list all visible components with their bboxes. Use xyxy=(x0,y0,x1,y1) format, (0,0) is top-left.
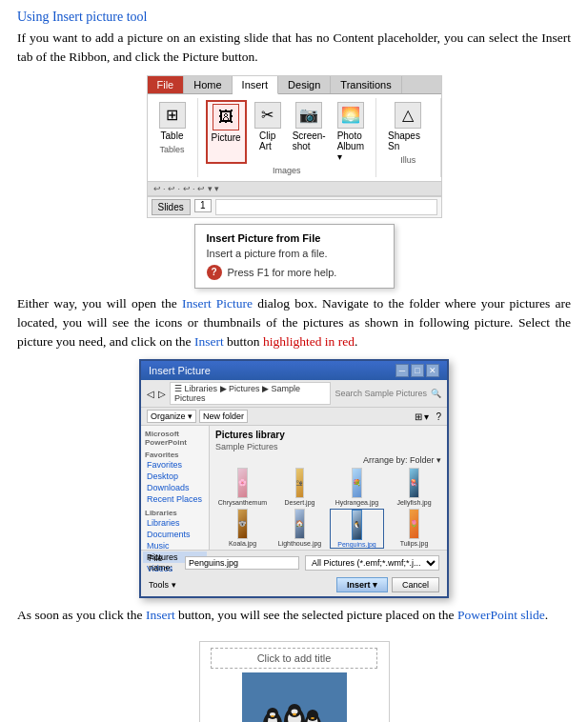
picture-icon: 🖼 xyxy=(213,104,239,130)
dropdown-help: ? Press F1 for more help. xyxy=(195,263,394,282)
filetype-select[interactable]: All Pictures (*.emf;*.wmf;*.j... xyxy=(305,555,439,571)
sidebar-libraries-item[interactable]: Libraries xyxy=(143,517,207,529)
list-item[interactable]: 🪼 Jellyfish.jpg xyxy=(387,468,441,506)
clipart-icon: ✂ xyxy=(254,102,281,129)
dialog-body: Microsoft PowerPoint Favorites Favorites… xyxy=(141,426,447,550)
help-text: Press F1 for more help. xyxy=(228,267,337,278)
ribbon-btn-screenshot[interactable]: 📷 Screen-shot xyxy=(289,100,330,164)
filename-label: File name: xyxy=(149,553,179,572)
dialog-main-area: Pictures library Sample Pictures Arrange… xyxy=(210,426,447,550)
photoalbum-icon: 🌅 xyxy=(337,102,364,129)
ribbon-tab-file[interactable]: File xyxy=(148,76,185,93)
svg-point-11 xyxy=(291,709,297,713)
search-icon[interactable]: 🔍 xyxy=(431,389,441,398)
images-group-label: Images xyxy=(273,166,301,175)
picture-label: Picture xyxy=(212,132,241,143)
dropdown-container: Insert Picture from File Insert a pictur… xyxy=(17,224,571,289)
slide-preview-container: Click to add title xyxy=(17,633,571,723)
quick-toolbar-row: ↩ · ↩ · ↩ · ↩ ▾ ▾ xyxy=(148,182,441,196)
list-item[interactable]: 🐧 Penguins.jpg xyxy=(330,509,384,549)
ribbon-btn-picture[interactable]: 🖼 Picture xyxy=(206,100,247,164)
sidebar-microsoft-powerpoint: Microsoft PowerPoint xyxy=(143,430,207,447)
photoalbum-label: PhotoAlbum ▾ xyxy=(337,130,364,162)
tables-group-label: Tables xyxy=(159,145,184,154)
ribbon-tab-insert[interactable]: Insert xyxy=(233,76,279,94)
sidebar-favorites-group: Favorites Favorites Desktop Downloads Re… xyxy=(143,451,207,505)
dialog-toolbar: ◁ ▷ ☰ Libraries ▶ Pictures ▶ Sample Pict… xyxy=(141,380,447,408)
sidebar-downloads-item[interactable]: Downloads xyxy=(143,482,207,493)
screenshot-label: Screen-shot xyxy=(293,130,326,151)
ribbon-tab-design[interactable]: Design xyxy=(278,76,331,93)
filename-input[interactable] xyxy=(185,556,299,570)
list-item[interactable]: 💐 Hydrangea.jpg xyxy=(330,468,384,506)
ribbon-btn-photoalbum[interactable]: 🌅 PhotoAlbum ▾ xyxy=(334,100,368,164)
dialog-close-btn[interactable]: ✕ xyxy=(426,364,439,377)
ribbon-btn-clipart[interactable]: ✂ ClipArt xyxy=(251,100,285,164)
screenshot-icon: 📷 xyxy=(295,102,322,129)
penguin-image xyxy=(242,672,347,723)
dialog-minimize-btn[interactable]: ─ xyxy=(395,364,409,377)
slide-title-placeholder[interactable]: Click to add title xyxy=(211,648,377,669)
paragraph-3: As soon as you click the Insert button, … xyxy=(17,606,571,625)
dialog-insert-btn[interactable]: Insert ▾ xyxy=(336,577,388,592)
list-item[interactable]: 🌷 Tulips.jpg xyxy=(387,509,441,549)
ribbon-body: ⊞ Table Tables 🖼 Picture ✂ ClipArt 📷 Sc xyxy=(148,94,441,182)
list-item[interactable]: 🐨 Koala.jpg xyxy=(215,509,270,549)
slide-thumbnail-area xyxy=(215,199,437,215)
list-item[interactable]: 🏜 Desert.jpg xyxy=(273,468,327,506)
dialog-nav: Organize ▾ New folder ⊞ ▾ ? xyxy=(141,408,447,426)
help-icon: ? xyxy=(207,265,222,280)
ribbon-tabs-row: File Home Insert Design Transitions xyxy=(148,76,441,94)
dialog-footer-actions: Tools ▾ Insert ▾ Cancel xyxy=(141,575,447,596)
ribbon-tab-home[interactable]: Home xyxy=(184,76,232,93)
dialog-sidebar: Microsoft PowerPoint Favorites Favorites… xyxy=(141,426,210,550)
table-label: Table xyxy=(161,130,184,141)
ribbon-tab-transitions[interactable]: Transitions xyxy=(331,76,401,93)
dropdown-subtext: Insert a picture from a file. xyxy=(195,246,394,263)
slides-panel: Slides 1 xyxy=(148,196,441,217)
list-item[interactable]: 🌸 Chrysanthemum xyxy=(215,468,270,506)
svg-point-7 xyxy=(271,715,274,717)
organize-btn[interactable]: Organize ▾ xyxy=(147,410,196,423)
slide-preview: Click to add title xyxy=(199,641,390,723)
ribbon-group-illus: △ Shapes Sn Illus xyxy=(376,98,441,177)
paragraph-2: Either way, you will open the Insert Pic… xyxy=(17,294,571,352)
svg-point-15 xyxy=(307,710,318,721)
svg-point-12 xyxy=(293,712,296,714)
ribbon-group-tables: ⊞ Table Tables xyxy=(148,98,198,177)
page-heading: Using Insert picture tool xyxy=(17,10,571,25)
sidebar-favorites-item[interactable]: Favorites xyxy=(143,459,207,471)
clipart-label: ClipArt xyxy=(259,130,275,151)
dialog-maximize-btn[interactable]: □ xyxy=(411,364,424,377)
paragraph-1: If you want to add a picture on an exist… xyxy=(17,29,571,68)
dialog-titlebar: Insert Picture ─ □ ✕ xyxy=(141,361,447,380)
list-item[interactable]: 🏠 Lighthouse.jpg xyxy=(273,509,327,549)
dialog-main-subtitle: Sample Pictures xyxy=(215,442,441,451)
sidebar-music-item[interactable]: Music xyxy=(143,540,207,552)
dialog-main-title: Pictures library xyxy=(215,430,441,440)
new-folder-btn[interactable]: New folder xyxy=(199,410,248,423)
slides-tab[interactable]: Slides xyxy=(152,199,191,215)
svg-point-16 xyxy=(311,717,314,719)
illus-group-label: Illus xyxy=(400,155,416,165)
sidebar-documents-item[interactable]: Documents xyxy=(143,529,207,540)
dialog-forward-btn[interactable]: ▷ xyxy=(158,389,166,399)
tools-btn[interactable]: Tools ▾ xyxy=(149,580,176,590)
ribbon-btn-shapes[interactable]: △ Shapes Sn xyxy=(384,100,433,153)
sidebar-desktop-item[interactable]: Desktop xyxy=(143,471,207,482)
insert-picture-dropdown: Insert Picture from File Insert a pictur… xyxy=(194,224,395,289)
shapes-label: Shapes Sn xyxy=(388,130,429,151)
ribbon-btn-table[interactable]: ⊞ Table xyxy=(155,100,190,143)
view-icons[interactable]: ⊞ ▾ xyxy=(415,411,430,422)
arrange-bar[interactable]: Arrange by: Folder ▾ xyxy=(215,455,441,465)
dialog-back-btn[interactable]: ◁ xyxy=(147,389,154,399)
ribbon-group-images: 🖼 Picture ✂ ClipArt 📷 Screen-shot 🌅 Phot… xyxy=(198,98,377,177)
help-dialog-icon[interactable]: ? xyxy=(436,411,441,422)
slide-number: 1 xyxy=(194,199,212,212)
dialog-window-controls: ─ □ ✕ xyxy=(395,364,439,377)
sidebar-recentplaces-item[interactable]: Recent Places xyxy=(143,493,207,505)
insert-picture-dialog: Insert Picture ─ □ ✕ ◁ ▷ ☰ Libraries ▶ P… xyxy=(139,359,449,598)
dialog-title: Insert Picture xyxy=(149,365,211,376)
dialog-cancel-btn[interactable]: Cancel xyxy=(392,577,439,592)
ribbon-screenshot: File Home Insert Design Transitions ⊞ Ta… xyxy=(147,75,442,218)
